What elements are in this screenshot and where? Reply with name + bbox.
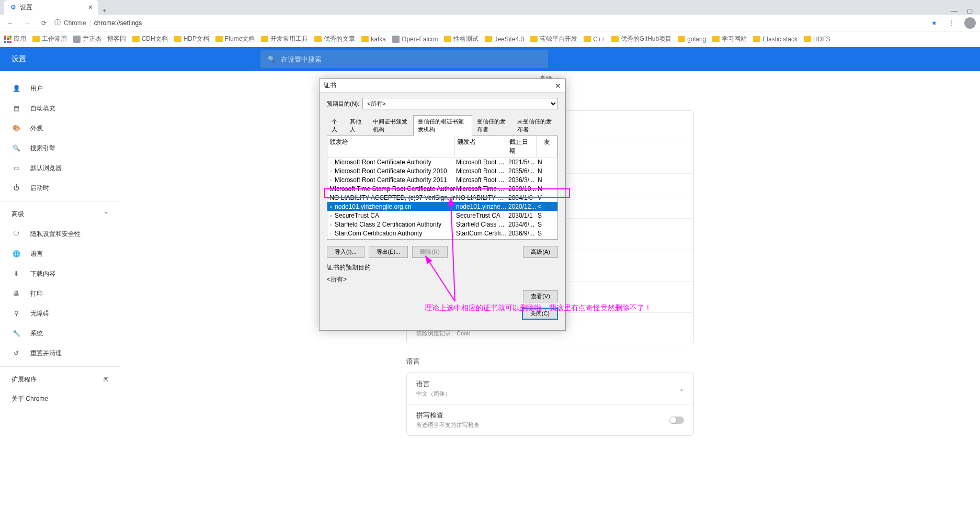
bookmark-item[interactable]: 尹正杰 - 博客园 [73,35,126,43]
sidebar-item[interactable]: 👤用户 [0,78,120,98]
cert-row[interactable]: ▫Microsoft Root Certificate AuthorityMic… [327,157,557,166]
intended-purpose-combo[interactable]: <所有> [362,98,558,109]
bookmark-item[interactable]: 优秀的文章 [314,35,355,43]
sidebar-item[interactable]: 🔧系统 [0,323,120,343]
sidebar-item[interactable]: 🔍搜索引擎 [0,138,120,158]
cert-row[interactable]: ▫Microsoft Root Certificate Authority 20… [327,175,557,184]
sidebar-item[interactable]: 🌐语言 [0,244,120,264]
sidebar-extensions[interactable]: 扩展程序 ⇱ [0,370,120,389]
bookmark-item[interactable]: 性格测试 [444,35,478,43]
card-row[interactable]: 语言中文（简体）⌄ [407,373,693,404]
maximize-icon[interactable]: ▢ [967,7,973,15]
bookmark-item[interactable]: JeeSite4.0 [485,35,524,43]
bookmark-label: JeeSite4.0 [494,36,524,43]
cert-tab[interactable]: 受信任的根证书颁发机构 [413,115,472,136]
view-button[interactable]: 查看(V) [523,290,558,302]
bookmark-label: 蓝鲸平台开发 [540,35,577,43]
site-info-icon[interactable]: ⓘ [54,18,61,27]
cert-expiry: 2036/3/... [507,176,537,184]
sidebar-item[interactable]: ⚲无障碍 [0,303,120,323]
bookmark-item[interactable]: 学习网站 [712,35,747,43]
cert-name: Microsoft Root Certificate Authority 201… [335,176,447,184]
profile-avatar[interactable] [964,17,976,29]
cert-row[interactable]: ▫StartCom Certification AuthorityStartCo… [327,229,557,238]
import-button[interactable]: 导入(I)... [327,246,364,258]
sidebar-item[interactable]: ↺重置并清理 [0,343,120,363]
cert-row[interactable]: ▫NO LIABILITY ACCEPTED, (c)97 VeriSign, … [327,193,557,202]
tab-close-icon[interactable]: ✕ [88,4,93,11]
menu-icon[interactable]: ⋮ [945,19,958,27]
sidebar-icon: ⏻ [12,183,21,193]
bookmark-label: 开发常用工具 [270,35,308,43]
bookmark-item[interactable]: 优秀的GitHub项目 [611,35,671,43]
settings-search[interactable]: 🔍 [260,50,548,68]
bookmark-item[interactable]: 蓝鲸平台开发 [530,35,577,43]
bookmark-star-icon[interactable]: ★ [931,19,937,27]
cert-tab[interactable]: 其他人 [345,115,368,136]
sidebar-advanced-header[interactable]: 高级 ⌃ [0,205,120,224]
bookmark-item[interactable]: 工作常用 [32,35,67,43]
sidebar-item[interactable]: ▭默认浏览器 [0,158,120,178]
cert-row[interactable]: ▫Microsoft Root Certificate Authority 20… [327,166,557,175]
cert-expiry: 2035/6/... [507,167,537,175]
sidebar-item[interactable]: ▤自动填充 [0,98,120,118]
cert-row[interactable]: ▫SecureTrust CASecureTrust CA2030/1/1S [327,211,557,220]
cert-tab[interactable]: 受信任的发布者 [472,115,513,136]
sidebar-item[interactable]: 🛡隐私设置和安全性 [0,224,120,244]
cert-row[interactable]: ▫node101.yinzhengjie.org.cnnode101.yinzh… [327,202,557,211]
bookmark-item[interactable]: HDP文档 [174,35,209,43]
bookmark-item[interactable]: HDFS [804,35,830,43]
card-row[interactable]: 拼写检查所选语言不支持拼写检查 [407,404,693,435]
bookmark-item[interactable]: Elastic stack [753,35,797,43]
sidebar-item-label: 系统 [30,329,43,338]
sidebar-icon: ⚲ [12,309,21,318]
cert-row[interactable]: ▫Starfield Class 2 Certification Authori… [327,220,557,229]
cert-purpose-value: <所有> [327,275,558,284]
folder-icon [712,36,720,42]
bookmark-item[interactable]: kafka [361,35,386,43]
cert-tab[interactable]: 未受信任的发布者 [512,115,558,136]
sidebar-about[interactable]: 关于 Chrome [0,389,120,409]
cert-row[interactable]: ▫Microsoft Time Stamp Root Certificate A… [327,184,557,193]
url-field[interactable]: ⓘ Chrome | chrome://settings [54,18,927,27]
export-button[interactable]: 导出(E)... [369,246,408,258]
toggle-switch[interactable] [669,416,684,424]
cert-icon: ▫ [327,230,335,237]
bookmark-item[interactable]: Flume文档 [215,35,255,43]
bookmark-item[interactable]: Open-Falcon [392,35,438,43]
sidebar-item-label: 打印 [30,289,43,298]
apps-button[interactable]: 应用 [4,35,26,43]
sidebar-item[interactable]: ⏻启动时 [0,178,120,198]
folder-icon [174,36,181,42]
col-expiry[interactable]: 截止日期 [507,136,537,157]
sidebar-item[interactable]: 🎨外观 [0,118,120,138]
search-input[interactable] [281,55,541,63]
minimize-icon[interactable]: — [951,7,958,15]
row-title: 拼写检查 [416,411,684,420]
sidebar-icon: 🔍 [12,143,21,153]
col-issued-to[interactable]: 颁发给 [327,136,455,157]
sidebar-item[interactable]: ⬇下载内容 [0,264,120,284]
sidebar-item-label: 关于 Chrome [12,395,48,403]
sidebar-item[interactable]: 🖶打印 [0,284,120,303]
folder-icon [215,36,223,42]
dialog-close-icon[interactable]: ✕ [555,82,561,90]
bookmark-item[interactable]: golang [678,35,706,43]
col-friendly[interactable]: 友 [537,136,557,157]
folder-icon [32,36,40,42]
bookmark-item[interactable]: CDH文档 [132,35,168,43]
cert-tab[interactable]: 个人 [327,115,345,136]
cert-tab[interactable]: 中间证书颁发机构 [368,115,414,136]
delete-button[interactable]: 删除(R) [412,246,447,258]
new-tab-button[interactable]: + [98,7,111,15]
reload-button[interactable]: ⟳ [38,19,50,27]
bookmark-item[interactable]: C++ [584,35,605,43]
browser-tab[interactable]: ⚙ 设置 ✕ [4,0,98,15]
cert-issuer: NO LIABILITY ACC... [455,194,507,201]
cert-name: Microsoft Time Stamp Root Certificate Au… [329,185,455,193]
col-issued-by[interactable]: 颁发者 [455,136,507,157]
forward-button[interactable]: → [21,19,33,27]
bookmark-item[interactable]: 开发常用工具 [261,35,308,43]
back-button[interactable]: ← [4,19,17,27]
advanced-button[interactable]: 高级(A) [523,246,558,258]
